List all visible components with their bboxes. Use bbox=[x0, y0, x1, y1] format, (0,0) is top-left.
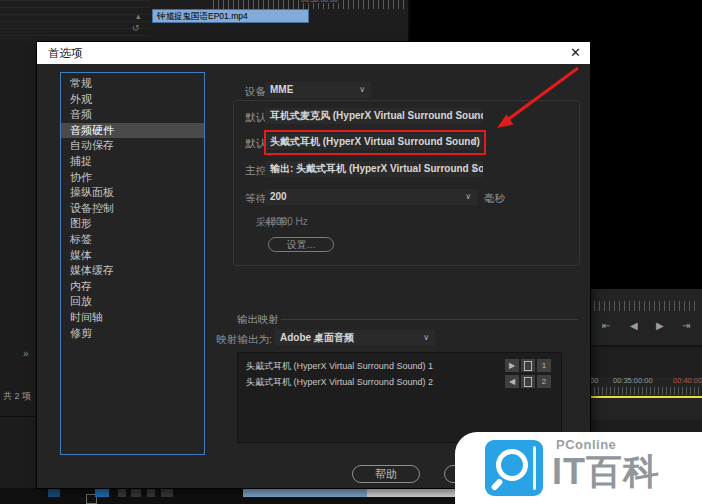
default-input-dropdown[interactable]: 耳机式麦克风 (HyperX Virtual Surround Sound)∨ bbox=[265, 108, 483, 124]
sidebar-item-control-surface[interactable]: 操纵面板 bbox=[61, 185, 204, 201]
divider bbox=[0, 416, 37, 417]
channel-number[interactable]: 1 bbox=[537, 359, 551, 372]
selected-timeline-clip[interactable]: 钟馗捉鬼国语EP01.mp4 bbox=[152, 9, 309, 23]
chevron-down-icon: ∨ bbox=[465, 189, 471, 205]
sidebar-item-auto-save[interactable]: 自动保存 bbox=[61, 138, 204, 154]
timeline-lower-area bbox=[590, 347, 702, 377]
chevron-down-icon: ∨ bbox=[359, 82, 365, 98]
sidebar-item-memory[interactable]: 内存 bbox=[61, 279, 204, 295]
play-icon[interactable]: ▶ bbox=[656, 319, 664, 333]
clip[interactable] bbox=[118, 489, 126, 497]
project-panel-strip: » 共 2 项 bbox=[0, 42, 38, 504]
watermark-title: IT百科 bbox=[552, 448, 660, 497]
route-right-icon[interactable]: ▶ bbox=[505, 359, 519, 372]
sidebar-item-timeline[interactable]: 时间轴 bbox=[61, 310, 204, 326]
panel-menu-icon[interactable]: » bbox=[23, 348, 29, 359]
mapping-row[interactable]: 头戴式耳机 (HyperX Virtual Surround Sound) 1 … bbox=[238, 358, 561, 374]
section-divider bbox=[281, 319, 578, 320]
clip[interactable] bbox=[147, 489, 155, 497]
ruler-timecode: 00:30:00:00 bbox=[299, 0, 340, 3]
sidebar-item-general[interactable]: 常规 bbox=[61, 76, 204, 92]
item-count-label: 共 2 项 bbox=[3, 390, 31, 403]
annotation-highlight-box bbox=[264, 130, 486, 155]
sidebar-item-labels[interactable]: 标签 bbox=[61, 232, 204, 248]
sidebar-item-trim[interactable]: 修剪 bbox=[61, 326, 204, 342]
audio-ruler-ticks bbox=[594, 301, 698, 311]
dialog-title: 首选项 bbox=[48, 46, 83, 61]
chevron-down-icon: ∨ bbox=[471, 108, 477, 124]
map-output-label: 映射输出为: bbox=[209, 333, 272, 347]
horizontal-scrollbar[interactable] bbox=[367, 489, 455, 497]
source-monitor-panel: ⇤ ◀ ▶ ⇥ 00 00:35:00:00 00:40:00 bbox=[590, 289, 702, 420]
sidebar-item-device-control[interactable]: 设备控制 bbox=[61, 201, 204, 217]
sidebar-item-audio[interactable]: 音频 bbox=[61, 107, 204, 123]
audio-clip[interactable] bbox=[48, 489, 60, 497]
preferences-category-list: 常规 外观 音频 音频硬件 自动保存 捕捉 协作 操纵面板 设备控制 图形 标签… bbox=[60, 72, 205, 455]
sidebar-item-playback[interactable]: 回放 bbox=[61, 294, 204, 310]
goto-in-icon[interactable]: ⇤ bbox=[602, 319, 610, 333]
work-area-bar[interactable] bbox=[590, 396, 702, 398]
latency-dropdown[interactable]: 200∨ bbox=[265, 189, 477, 205]
chevron-down-icon: ∨ bbox=[423, 330, 429, 346]
output-mapping-list: 头戴式耳机 (HyperX Virtual Surround Sound) 1 … bbox=[237, 352, 562, 443]
dialog-titlebar[interactable]: 首选项 ✕ bbox=[37, 42, 590, 64]
history-icon[interactable]: ↺ bbox=[132, 24, 140, 33]
chevron-down-icon: ∨ bbox=[471, 161, 477, 177]
map-output-dropdown[interactable]: Adobe 桌面音频∨ bbox=[275, 330, 435, 346]
settings-button[interactable]: 设置... bbox=[268, 237, 334, 252]
transport-controls: ⇤ ◀ ▶ ⇥ bbox=[590, 319, 702, 333]
timeline-track-lines bbox=[0, 0, 150, 40]
watermark: PConline IT百科 bbox=[455, 432, 702, 504]
sidebar-item-graphics[interactable]: 图形 bbox=[61, 216, 204, 232]
mapping-row[interactable]: 头戴式耳机 (HyperX Virtual Surround Sound) 2 … bbox=[238, 374, 561, 390]
device-type-dropdown[interactable]: MME∨ bbox=[265, 82, 371, 98]
timeline-ruler[interactable]: 00:30:00:00 bbox=[213, 0, 409, 9]
step-back-icon[interactable]: ◀ bbox=[630, 319, 638, 333]
document-icon[interactable] bbox=[521, 375, 535, 388]
preferences-dialog: 首选项 ✕ 常规 外观 音频 音频硬件 自动保存 捕捉 协作 操纵面板 设备控制… bbox=[37, 42, 590, 488]
timecode-label: 00 bbox=[590, 376, 598, 385]
close-icon[interactable]: ✕ bbox=[570, 45, 581, 60]
sidebar-item-audio-hardware[interactable]: 音频硬件 bbox=[61, 123, 204, 139]
step-forward-icon[interactable]: ⇥ bbox=[682, 319, 690, 333]
clip[interactable] bbox=[131, 489, 141, 497]
video-clip[interactable] bbox=[95, 489, 109, 497]
help-button[interactable]: 帮助 bbox=[352, 465, 420, 483]
sidebar-item-appearance[interactable]: 外观 bbox=[61, 92, 204, 108]
master-clock-dropdown[interactable]: 输出: 头戴式耳机 (HyperX Virtual Surround Sound… bbox=[265, 161, 483, 177]
document-icon[interactable] bbox=[521, 359, 535, 372]
sidebar-item-media[interactable]: 媒体 bbox=[61, 248, 204, 264]
premiere-app-window: 00:30:00:00 ▴ ↺ 钟馗捉鬼国语EP01.mp4 ⇤ ◀ ▶ ⇥ 0… bbox=[0, 0, 702, 504]
latency-unit-label: 毫秒 bbox=[484, 192, 505, 206]
route-left-icon[interactable]: ◀ bbox=[505, 375, 519, 388]
sidebar-item-media-cache[interactable]: 媒体缓存 bbox=[61, 263, 204, 279]
magnifier-book-logo-icon bbox=[485, 440, 543, 496]
timecode-label: 00:35:00:00 bbox=[613, 376, 653, 385]
clip[interactable] bbox=[161, 489, 173, 497]
sidebar-item-collaboration[interactable]: 协作 bbox=[61, 170, 204, 186]
collapse-icon[interactable]: ▴ bbox=[136, 12, 141, 21]
timecode-label-out: 00:40:00 bbox=[673, 376, 702, 385]
sidebar-item-capture[interactable]: 捕捉 bbox=[61, 154, 204, 170]
channel-number[interactable]: 2 bbox=[537, 375, 551, 388]
sample-rate-value: 48000 Hz bbox=[265, 216, 308, 227]
timeline-ruler-ticks[interactable] bbox=[590, 387, 702, 395]
timeline-clip-bar[interactable] bbox=[243, 489, 367, 497]
output-mapping-title: 输出映射 bbox=[237, 313, 279, 327]
